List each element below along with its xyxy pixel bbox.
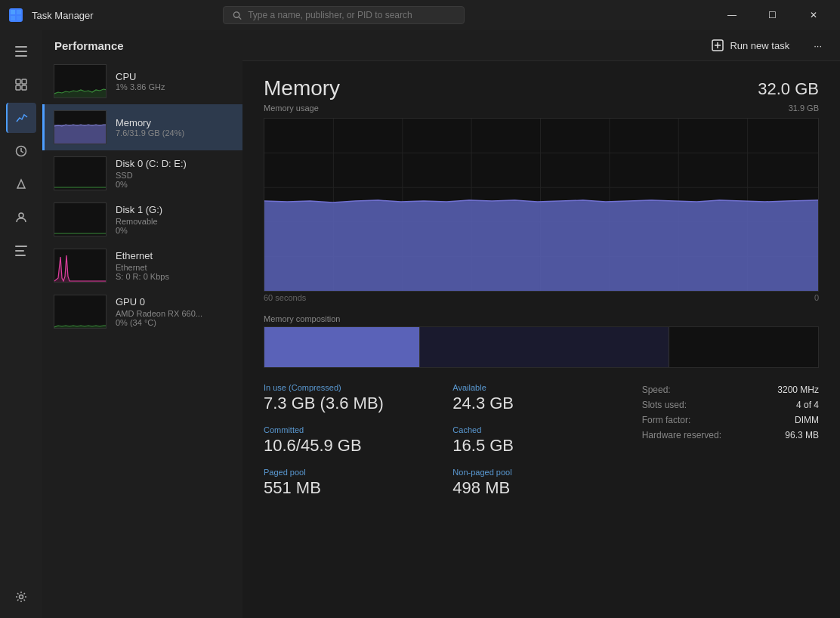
disk0-thumb: [54, 156, 107, 190]
in-use-label: In use (Compressed): [264, 383, 440, 392]
composition-bar: [264, 326, 819, 368]
title-bar: Task Manager — ☐ ✕: [0, 0, 840, 30]
stat-in-use: In use (Compressed) 7.3 GB (3.6 MB): [264, 383, 440, 413]
comp-free: [669, 327, 818, 367]
memory-thumb: [54, 110, 107, 144]
stats-col2: Available 24.3 GB Cached 16.5 GB Non-pag…: [452, 383, 629, 510]
svg-point-19: [20, 595, 23, 599]
paged-pool-label: Paged pool: [264, 468, 440, 477]
sidebar-item-users[interactable]: [6, 202, 36, 233]
disk1-info: Disk 1 (G:) Removable 0%: [116, 204, 233, 235]
disk0-sub: SSD: [116, 171, 233, 180]
disk1-sub: Removable: [116, 217, 233, 226]
sidebar-item-summary[interactable]: [6, 70, 36, 100]
svg-rect-10: [22, 79, 26, 84]
minimize-button[interactable]: —: [715, 5, 749, 26]
maximize-button[interactable]: ☐: [755, 5, 790, 26]
reserved-value: 96.3 MB: [785, 430, 819, 440]
memory-info: Memory 7.6/31.9 GB (24%): [116, 117, 233, 138]
search-bar[interactable]: [223, 6, 465, 24]
cpu-info: CPU 1% 3.86 GHz: [116, 71, 233, 91]
svg-rect-11: [16, 85, 20, 90]
ethernet-sub: Ethernet: [116, 263, 233, 272]
svg-rect-12: [22, 85, 26, 90]
detail-reserved: Hardware reserved: 96.3 MB: [642, 430, 819, 440]
gpu0-title: GPU 0: [116, 296, 233, 307]
svg-rect-7: [15, 51, 27, 52]
gpu0-value: 0% (34 °C): [116, 318, 233, 327]
detail-speed: Speed: 3200 MHz: [642, 385, 819, 395]
memory-usage-chart: [264, 118, 819, 292]
stats-col1: In use (Compressed) 7.3 GB (3.6 MB) Comm…: [264, 383, 440, 510]
slots-label: Slots used:: [642, 400, 687, 410]
available-label: Available: [452, 383, 629, 392]
svg-point-15: [19, 213, 23, 218]
svg-line-5: [239, 17, 241, 19]
ethernet-info: Ethernet Ethernet S: 0 R: 0 Kbps: [116, 250, 233, 281]
chart-max: 31.9 GB: [789, 104, 819, 113]
disk1-thumb: [54, 202, 107, 236]
detail-form: Form factor: DIMM: [642, 415, 819, 425]
content: Memory 32.0 GB Memory usage 31.9 GB: [242, 61, 840, 618]
time-labels: 60 seconds 0: [264, 293, 819, 302]
icon-bar: [0, 30, 42, 618]
disk1-title: Disk 1 (G:): [116, 204, 233, 215]
disk0-info: Disk 0 (C: D: E:) SSD 0%: [116, 158, 233, 189]
sidebar-item-hamburger[interactable]: [6, 36, 36, 66]
page-title: Memory: [264, 76, 340, 100]
svg-rect-2: [11, 16, 15, 20]
window-controls: — ☐ ✕: [715, 5, 831, 26]
search-icon: [233, 11, 242, 20]
sidebar-item-ethernet[interactable]: Ethernet Ethernet S: 0 R: 0 Kbps: [42, 243, 242, 289]
sidebar-item-memory[interactable]: Memory 7.6/31.9 GB (24%): [42, 104, 242, 150]
content-header: Memory 32.0 GB: [264, 76, 819, 100]
sidebar-item-performance[interactable]: [6, 103, 36, 133]
svg-rect-21: [54, 125, 107, 144]
memory-value: 7.6/31.9 GB (24%): [116, 128, 233, 138]
available-value: 24.3 GB: [452, 394, 629, 413]
app-title: Task Manager: [32, 10, 94, 21]
sidebar-item-history[interactable]: [6, 136, 36, 166]
disk1-value: 0%: [116, 226, 233, 235]
paged-pool-value: 551 MB: [264, 478, 440, 498]
svg-rect-1: [17, 10, 21, 14]
sidebar-item-disk0[interactable]: Disk 0 (C: D: E:) SSD 0%: [42, 150, 242, 196]
stat-paged-pool: Paged pool 551 MB: [264, 468, 440, 498]
run-new-task-button[interactable]: Run new task: [706, 36, 795, 54]
reserved-label: Hardware reserved:: [642, 430, 721, 440]
svg-marker-14: [17, 180, 25, 188]
search-input[interactable]: [248, 10, 455, 20]
speed-label: Speed:: [642, 385, 671, 395]
sidebar-item-gpu0[interactable]: GPU 0 AMD Radeon RX 660... 0% (34 °C): [42, 289, 242, 335]
chart-label: Memory usage: [264, 104, 319, 113]
close-button[interactable]: ✕: [796, 5, 831, 26]
memory-title: Memory: [116, 117, 233, 128]
sidebar-item-disk1[interactable]: Disk 1 (G:) Removable 0%: [42, 196, 242, 243]
stat-cached: Cached 16.5 GB: [452, 425, 629, 456]
svg-marker-38: [264, 200, 818, 291]
sidebar-item-cpu[interactable]: CPU 1% 3.86 GHz: [42, 58, 242, 104]
cpu-value: 1% 3.86 GHz: [116, 82, 233, 91]
slots-value: 4 of 4: [796, 400, 819, 410]
svg-rect-17: [15, 250, 24, 252]
sidebar-item-settings[interactable]: [6, 582, 36, 612]
ethernet-thumb: [54, 249, 107, 283]
sidebar-item-details[interactable]: [6, 236, 36, 266]
top-toolbar: Run new task ···: [242, 30, 840, 61]
svg-rect-18: [15, 255, 26, 256]
disk0-title: Disk 0 (C: D: E:): [116, 158, 233, 169]
ethernet-title: Ethernet: [116, 250, 233, 261]
svg-rect-16: [15, 246, 27, 247]
stats-col3: Speed: 3200 MHz Slots used: 4 of 4 Form …: [642, 383, 819, 510]
more-options-button[interactable]: ···: [808, 37, 828, 54]
comp-in-use: [264, 327, 419, 367]
app-icon: [9, 8, 23, 22]
committed-value: 10.6/45.9 GB: [264, 436, 440, 456]
disk0-value: 0%: [116, 180, 233, 189]
committed-label: Committed: [264, 425, 440, 434]
run-new-task-label: Run new task: [730, 40, 789, 51]
sidebar-item-startup[interactable]: [6, 169, 36, 199]
cpu-thumb: [54, 64, 107, 98]
comp-standby: [420, 327, 669, 367]
detail-slots: Slots used: 4 of 4: [642, 400, 819, 410]
